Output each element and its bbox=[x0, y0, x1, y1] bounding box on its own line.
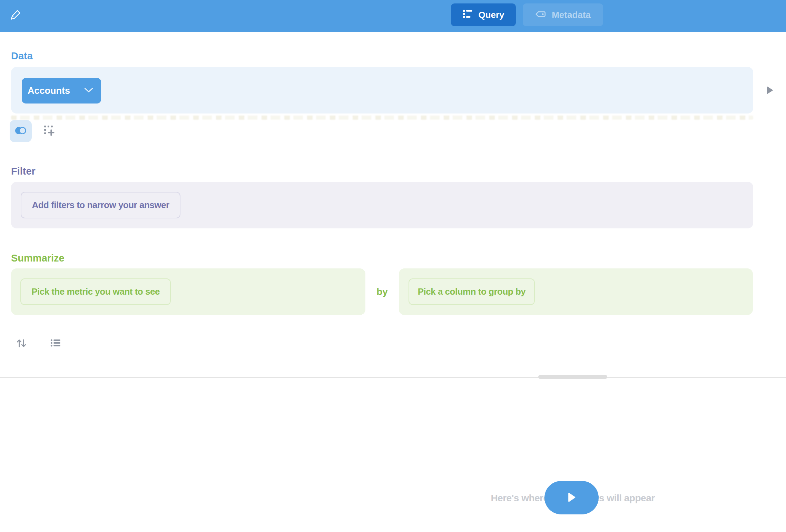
header-bar: Query Metadata bbox=[0, 0, 786, 32]
notebook-icon bbox=[462, 9, 473, 21]
join-icon bbox=[14, 126, 27, 136]
chevron-down-icon bbox=[84, 88, 93, 94]
play-icon bbox=[766, 86, 773, 95]
tab-query[interactable]: Query bbox=[451, 3, 516, 26]
custom-column-button[interactable] bbox=[41, 123, 57, 139]
pick-groupby-button[interactable]: Pick a column to group by bbox=[409, 278, 535, 305]
header-tabs: Query Metadata bbox=[451, 3, 603, 26]
pencil-icon bbox=[10, 9, 22, 22]
table-picker-button[interactable]: Accounts bbox=[22, 78, 101, 104]
ghost-row-hint bbox=[11, 116, 753, 120]
tab-query-label: Query bbox=[478, 10, 504, 20]
data-step-container bbox=[11, 67, 753, 114]
pick-metric-button[interactable]: Pick the metric you want to see bbox=[20, 278, 171, 305]
resize-handle[interactable] bbox=[538, 375, 607, 379]
run-icon bbox=[568, 492, 576, 503]
query-builder-page: Query Metadata Data Accounts bbox=[0, 0, 786, 532]
results-divider bbox=[0, 377, 786, 378]
label-icon bbox=[535, 10, 546, 20]
sort-button[interactable] bbox=[13, 335, 30, 352]
join-data-button[interactable] bbox=[10, 120, 32, 142]
tab-metadata-label: Metadata bbox=[552, 10, 591, 20]
add-filter-button[interactable]: Add filters to narrow your answer bbox=[21, 192, 180, 218]
preview-step-button[interactable] bbox=[764, 85, 776, 97]
custom-column-icon bbox=[44, 125, 55, 137]
edit-question-button[interactable] bbox=[8, 8, 23, 23]
tab-metadata[interactable]: Metadata bbox=[523, 3, 603, 26]
summarize-step-label: Summarize bbox=[11, 253, 65, 264]
data-step-label: Data bbox=[11, 50, 33, 61]
by-label: by bbox=[365, 268, 399, 315]
filter-step-label: Filter bbox=[11, 166, 36, 177]
run-query-button[interactable] bbox=[544, 481, 599, 514]
table-picker-dropdown[interactable] bbox=[76, 78, 101, 104]
row-limit-icon bbox=[50, 338, 61, 348]
table-picker-name[interactable]: Accounts bbox=[22, 78, 76, 104]
row-limit-button[interactable] bbox=[47, 335, 64, 352]
sort-icon bbox=[16, 339, 27, 349]
